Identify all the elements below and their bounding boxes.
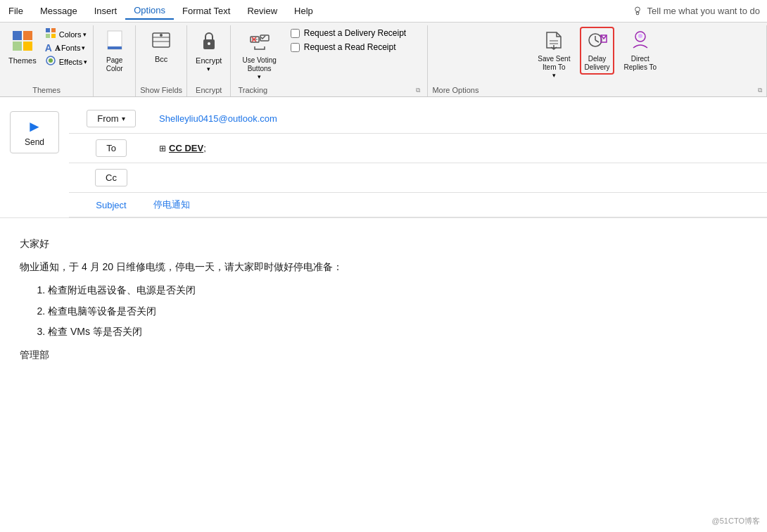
page-color-group-label bbox=[98, 83, 131, 96]
read-receipt-checkbox[interactable]: Request a Read Receipt bbox=[291, 42, 421, 52]
read-receipt-label: Request a Read Receipt bbox=[304, 42, 396, 52]
colors-button[interactable]: Colors ▾ bbox=[44, 27, 88, 42]
voting-label: Use VotingButtons bbox=[242, 56, 276, 73]
encrypt-button[interactable]: Encrypt ▾ bbox=[191, 27, 226, 75]
to-row: To ⊞CC DEV; bbox=[69, 134, 767, 163]
themes-icon bbox=[11, 30, 34, 55]
save-sent-icon bbox=[544, 30, 564, 53]
themes-group-label: Themes bbox=[4, 83, 89, 96]
delivery-receipt-checkbox[interactable]: Request a Delivery Receipt bbox=[291, 28, 421, 38]
menu-message[interactable]: Message bbox=[32, 3, 86, 19]
themes-group: Themes Colors ▾ A 𝐀 Fonts ▾ bbox=[0, 25, 94, 96]
voting-icon bbox=[249, 31, 270, 55]
bcc-label: Bcc bbox=[155, 55, 167, 64]
show-fields-group: Bcc Show Fields bbox=[136, 25, 187, 96]
from-chevron: ▾ bbox=[122, 115, 125, 122]
themes-sub-group: Colors ▾ A 𝐀 Fonts ▾ Effects ▾ bbox=[44, 27, 89, 69]
to-label-text: To bbox=[106, 143, 116, 153]
tracking-label-text: Tracking bbox=[238, 86, 267, 94]
cc-value[interactable] bbox=[153, 170, 767, 186]
more-options-inner: Save SentItem To ▾ DelayDeliver bbox=[432, 27, 762, 83]
from-button[interactable]: From ▾ bbox=[87, 110, 135, 127]
svg-rect-4 bbox=[23, 42, 32, 51]
menu-search[interactable]: Tell me what you want to do bbox=[632, 6, 767, 17]
delivery-receipt-input[interactable] bbox=[291, 29, 300, 38]
cc-label-text: Cc bbox=[106, 172, 117, 183]
send-icon: ► bbox=[27, 118, 42, 136]
menu-options[interactable]: Options bbox=[125, 2, 174, 20]
send-label: Send bbox=[25, 137, 44, 147]
menu-review[interactable]: Review bbox=[239, 3, 286, 19]
fonts-button[interactable]: A 𝐀 Fonts ▾ bbox=[44, 42, 87, 54]
signature: 管理部 bbox=[20, 346, 747, 364]
delivery-receipt-label: Request a Delivery Receipt bbox=[304, 28, 406, 38]
page-color-label: PageColor bbox=[106, 56, 123, 73]
more-options-group: Save SentItem To ▾ DelayDeliver bbox=[428, 25, 767, 96]
to-button[interactable]: To bbox=[96, 139, 127, 157]
menu-help[interactable]: Help bbox=[286, 3, 322, 19]
svg-rect-1 bbox=[13, 31, 22, 40]
delay-delivery-icon bbox=[587, 30, 608, 53]
encrypt-group-inner: Encrypt ▾ bbox=[191, 27, 226, 83]
tracking-expand-icon[interactable]: ⧉ bbox=[416, 87, 420, 94]
encrypt-icon bbox=[199, 30, 219, 55]
colors-chevron: ▾ bbox=[83, 31, 87, 38]
read-receipt-input[interactable] bbox=[291, 43, 300, 52]
to-expand-icon: ⊞ bbox=[159, 144, 166, 153]
show-fields-group-label: Show Fields bbox=[140, 83, 182, 96]
cc-button[interactable]: Cc bbox=[95, 169, 127, 186]
greeting: 大家好 bbox=[20, 235, 747, 253]
svg-line-29 bbox=[595, 40, 599, 42]
show-fields-group-inner: Bcc bbox=[146, 27, 176, 83]
svg-point-10 bbox=[49, 58, 53, 63]
svg-point-16 bbox=[160, 34, 163, 37]
menu-insert[interactable]: Insert bbox=[86, 3, 126, 19]
fonts-chevron: ▾ bbox=[82, 44, 85, 51]
svg-rect-8 bbox=[51, 34, 56, 38]
voting-chevron: ▾ bbox=[258, 73, 261, 80]
svg-point-31 bbox=[638, 34, 642, 38]
body-list-item-1: 检查附近电器设备、电源是否关闭 bbox=[48, 281, 747, 299]
subject-value[interactable]: 停电通知 bbox=[153, 198, 767, 211]
tracking-group-inner: Use VotingButtons ▾ Request a Delivery R… bbox=[238, 28, 420, 83]
themes-button[interactable]: Themes bbox=[4, 27, 41, 68]
more-options-expand-icon[interactable]: ⧉ bbox=[758, 87, 762, 94]
more-options-group-label: More Options ⧉ bbox=[432, 83, 762, 96]
page-color-group-inner: PageColor bbox=[101, 27, 129, 83]
to-label-cell: To bbox=[69, 139, 153, 157]
direct-replies-button[interactable]: DirectReplies To bbox=[620, 27, 661, 75]
save-sent-button[interactable]: Save SentItem To ▾ bbox=[533, 27, 574, 82]
save-sent-chevron: ▾ bbox=[552, 72, 556, 79]
send-button[interactable]: ► Send bbox=[10, 111, 59, 153]
to-value: ⊞CC DEV; bbox=[153, 140, 767, 156]
effects-button[interactable]: Effects ▾ bbox=[44, 54, 89, 69]
svg-rect-6 bbox=[51, 28, 56, 32]
body-list: 检查附近电器设备、电源是否关闭 检查电脑等设备是否关闭 检查 VMs 等是否关闭 bbox=[48, 281, 747, 341]
direct-replies-icon bbox=[630, 30, 650, 53]
email-body: 大家好 物业通知，于 4 月 20 日维修电缆，停电一天，请大家即时做好停电准备… bbox=[0, 218, 767, 386]
effects-icon bbox=[45, 55, 56, 68]
menu-format-text[interactable]: Format Text bbox=[174, 3, 239, 19]
voting-buttons-button[interactable]: Use VotingButtons ▾ bbox=[238, 28, 280, 83]
from-value: Shelleyliu0415@outlook.com bbox=[153, 110, 767, 127]
menu-file[interactable]: File bbox=[0, 3, 32, 19]
encrypt-group: Encrypt ▾ Encrypt bbox=[187, 25, 231, 96]
svg-rect-2 bbox=[23, 31, 32, 40]
colors-label: Colors bbox=[59, 30, 82, 39]
tracking-checkboxes: Request a Delivery Receipt Request a Rea… bbox=[291, 28, 421, 52]
subject-label: Subject bbox=[69, 200, 153, 210]
bcc-button[interactable]: Bcc bbox=[146, 27, 176, 67]
delay-delivery-button[interactable]: DelayDelivery bbox=[580, 27, 614, 75]
subject-row: Subject 停电通知 bbox=[69, 193, 767, 217]
page-color-group: PageColor bbox=[94, 25, 136, 96]
menu-bar: File Message Insert Options Format Text … bbox=[0, 0, 767, 23]
encrypt-chevron: ▾ bbox=[207, 65, 210, 72]
svg-rect-12 bbox=[108, 46, 122, 49]
tracking-group: Use VotingButtons ▾ Request a Delivery R… bbox=[231, 25, 428, 96]
from-row: From ▾ Shelleyliu0415@outlook.com bbox=[69, 104, 767, 134]
encrypt-label: Encrypt bbox=[196, 56, 222, 65]
bcc-icon bbox=[151, 30, 172, 53]
direct-replies-label: DirectReplies To bbox=[624, 55, 657, 72]
page-color-button[interactable]: PageColor bbox=[101, 27, 129, 76]
themes-group-inner: Themes Colors ▾ A 𝐀 Fonts ▾ bbox=[4, 27, 89, 83]
